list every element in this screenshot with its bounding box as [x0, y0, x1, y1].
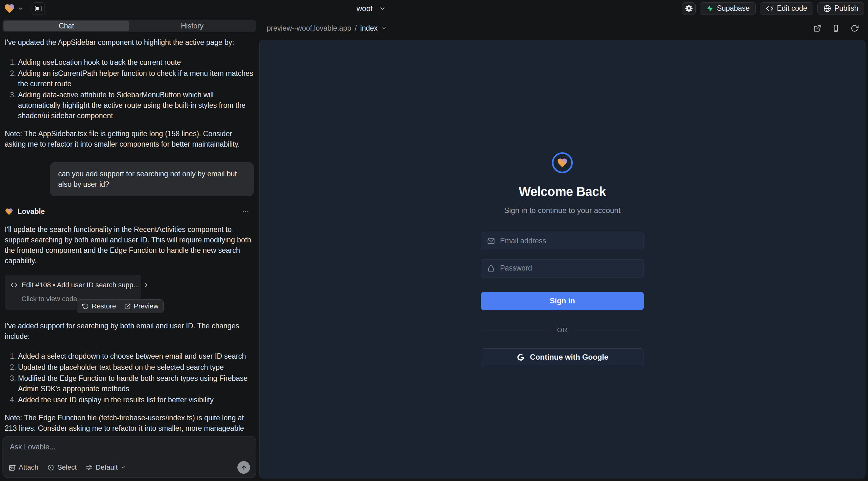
sign-in-button[interactable]: Sign in — [481, 292, 644, 310]
mode-label: Default — [96, 463, 118, 472]
divider: OR — [481, 326, 644, 334]
open-in-new-tab-button[interactable] — [813, 24, 821, 32]
send-button[interactable] — [238, 461, 250, 474]
list-item: Added the user ID display in the results… — [18, 395, 254, 405]
external-link-icon — [813, 24, 821, 32]
code-icon — [10, 282, 18, 289]
composer-toolbar: Attach Select Default — [8, 461, 250, 474]
supabase-button[interactable]: Supabase — [700, 2, 756, 15]
lock-icon — [487, 264, 495, 272]
assistant-numbered-list: Adding useLocation hook to track the cur… — [5, 57, 254, 121]
preview-header-actions — [813, 24, 859, 32]
tab-chat[interactable]: Chat — [3, 21, 129, 31]
chevron-down-icon — [120, 464, 126, 470]
preview-url-page: index — [360, 24, 378, 33]
attach-button[interactable]: Attach — [8, 463, 38, 472]
sidebar-toggle-button[interactable] — [32, 2, 45, 15]
chevron-down-icon — [18, 6, 23, 11]
preview-label: Preview — [134, 302, 158, 310]
preview-button[interactable]: Preview — [124, 302, 158, 310]
app-logo — [552, 152, 573, 173]
assistant-name: Lovable — [18, 206, 45, 217]
lovable-heart-icon — [5, 207, 13, 216]
chevron-down-icon — [379, 5, 386, 12]
list-item: Adding data-active attribute to SidebarM… — [18, 90, 254, 121]
gear-icon — [685, 4, 693, 12]
list-item: Adding useLocation hook to track the cur… — [18, 57, 254, 68]
supabase-label: Supabase — [717, 4, 750, 13]
mode-selector[interactable]: Default — [86, 463, 126, 472]
page-subtitle: Sign in to continue to your account — [504, 206, 620, 215]
user-message-row: can you add support for searching not on… — [5, 162, 254, 196]
page-title: Welcome Back — [519, 185, 606, 199]
lovable-app-window: woof Supabase Edit code — [0, 0, 868, 481]
mail-icon — [487, 237, 495, 245]
signin-card: Welcome Back Sign in to continue to your… — [481, 152, 644, 366]
code-icon — [766, 5, 774, 12]
preview-viewport: Welcome Back Sign in to continue to your… — [259, 40, 865, 478]
chat-input[interactable] — [8, 441, 250, 454]
chevron-right-icon — [143, 282, 150, 288]
tab-history[interactable]: History — [129, 21, 255, 31]
edit-code-button[interactable]: Edit code — [760, 2, 813, 15]
divider-label: OR — [557, 326, 568, 334]
assistant-numbered-list: Added a select dropdown to choose betwee… — [5, 351, 254, 405]
attach-image-icon — [8, 464, 16, 471]
globe-icon — [824, 5, 831, 12]
arrow-up-icon — [241, 464, 247, 471]
lovable-logo-menu[interactable] — [4, 3, 23, 14]
mobile-view-button[interactable] — [832, 24, 840, 32]
restore-button[interactable]: Restore — [82, 302, 116, 310]
list-item: Modified the Edge Function to handle bot… — [18, 373, 254, 394]
refresh-icon — [850, 24, 859, 32]
main-split: Chat History I've updated the AppSidebar… — [0, 17, 868, 481]
edit-card-toolbar: Restore Preview — [77, 299, 164, 313]
edit-card-title: Edit #108 • Add user ID search supp... — [22, 280, 139, 290]
restore-icon — [82, 303, 89, 310]
more-horizontal-icon — [242, 208, 249, 216]
composer: Attach Select Default — [3, 436, 256, 478]
edit-card-header: Edit #108 • Add user ID search supp... — [10, 280, 135, 290]
topbar-left — [4, 2, 45, 15]
lovable-heart-icon — [4, 3, 15, 14]
preview-url-separator: / — [355, 24, 356, 33]
top-bar: woof Supabase Edit code — [0, 0, 868, 17]
topbar-right: Supabase Edit code Publish — [682, 2, 864, 15]
preview-url-selector[interactable]: preview--woof.lovable.app / index — [267, 24, 387, 33]
sliders-icon — [86, 464, 93, 471]
list-item: Adding an isCurrentPath helper function … — [18, 68, 254, 89]
password-field[interactable] — [481, 259, 644, 277]
panel-layout-icon — [34, 5, 42, 12]
list-item: Updated the placeholder text based on th… — [18, 362, 254, 373]
restore-label: Restore — [92, 302, 116, 310]
select-element-button[interactable]: Select — [47, 463, 76, 472]
settings-button[interactable] — [682, 2, 696, 15]
target-icon — [47, 464, 54, 471]
google-icon — [517, 353, 525, 361]
preview-url-domain: preview--woof.lovable.app — [267, 24, 351, 33]
assistant-paragraph: I'll update the search functionality in … — [5, 224, 254, 266]
continue-with-google-button[interactable]: Continue with Google — [481, 348, 644, 366]
publish-button[interactable]: Publish — [817, 2, 864, 15]
list-item: Added a select dropdown to choose betwee… — [18, 351, 254, 361]
assistant-paragraph: I've added support for searching by both… — [5, 321, 254, 342]
email-field[interactable] — [481, 232, 644, 250]
message-menu-button[interactable] — [242, 208, 249, 216]
smartphone-icon — [832, 24, 840, 32]
project-menu[interactable]: woof — [356, 0, 386, 17]
divider-line — [574, 330, 644, 330]
publish-label: Publish — [835, 4, 858, 13]
supabase-icon — [706, 5, 713, 12]
external-link-icon — [124, 303, 131, 310]
refresh-button[interactable] — [850, 24, 859, 32]
select-label: Select — [57, 463, 76, 472]
email-field-wrap — [481, 232, 644, 250]
project-name: woof — [356, 4, 373, 13]
assistant-paragraph: I've updated the AppSidebar component to… — [5, 37, 254, 48]
preview-header: preview--woof.lovable.app / index — [258, 17, 868, 40]
chat-panel: Chat History I've updated the AppSidebar… — [0, 17, 258, 481]
user-message-bubble: can you add support for searching not on… — [50, 162, 254, 196]
preview-panel: preview--woof.lovable.app / index — [258, 17, 868, 481]
divider-line — [481, 330, 551, 330]
attach-label: Attach — [19, 463, 38, 472]
